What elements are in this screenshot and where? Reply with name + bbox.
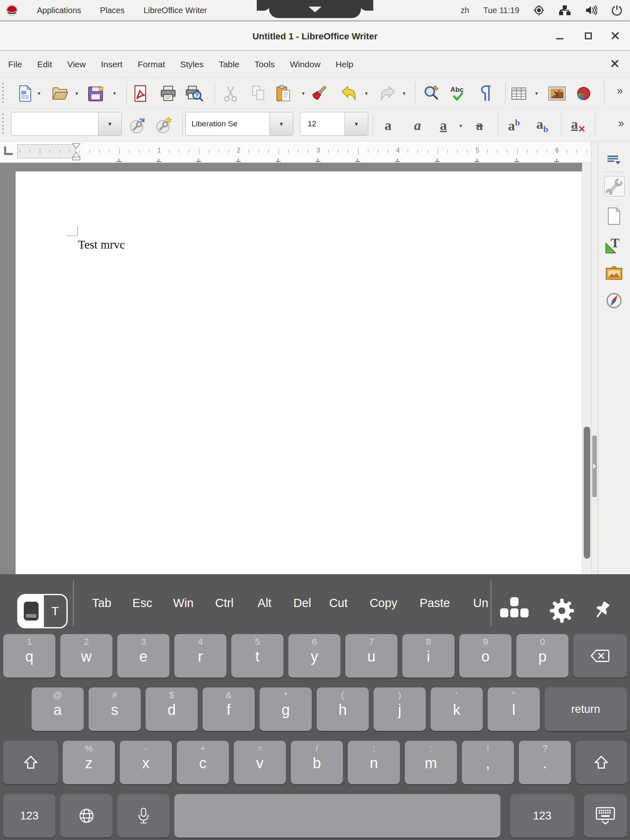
key-return[interactable]: return	[545, 687, 627, 731]
close-window-button[interactable]	[606, 21, 624, 50]
find-replace-button[interactable]	[421, 83, 442, 104]
topbar-menu-app[interactable]: LibreOffice Writer	[144, 6, 207, 15]
export-pdf-button[interactable]	[130, 83, 151, 104]
paste-button[interactable]	[273, 83, 294, 104]
formatting-overflow-button[interactable]: »	[618, 117, 624, 130]
menu-format[interactable]: Format	[138, 59, 165, 69]
font-size-combo[interactable]: 12 ▼	[300, 112, 368, 136]
key-q[interactable]: 1q	[3, 634, 55, 678]
key-z[interactable]: %z	[63, 741, 115, 784]
update-style-button[interactable]	[127, 115, 148, 136]
toolbar-drag-handle[interactable]	[2, 83, 4, 103]
power-icon[interactable]	[611, 5, 623, 16]
key-u[interactable]: 7u	[345, 634, 397, 678]
key-o[interactable]: 9o	[459, 634, 511, 678]
sidebar-tab-page[interactable]	[604, 206, 624, 226]
key-v[interactable]: =v	[234, 741, 286, 784]
sidebar-tab-styles[interactable]: T	[604, 235, 624, 255]
key-d[interactable]: $d	[146, 687, 198, 731]
extra-key-esc[interactable]: Esc	[132, 574, 152, 632]
minimize-button[interactable]	[551, 21, 569, 50]
copy-button[interactable]	[248, 83, 269, 104]
open-button[interactable]	[50, 83, 70, 104]
key-mic[interactable]	[117, 794, 169, 838]
undo-dropdown[interactable]: ▾	[365, 90, 368, 96]
new-document-button[interactable]	[15, 83, 35, 104]
key-space[interactable]	[174, 794, 500, 838]
sidebar-tab-properties[interactable]	[604, 176, 625, 196]
key-g[interactable]: *g	[260, 687, 312, 731]
insert-chart-button[interactable]	[573, 83, 594, 104]
network-icon[interactable]	[559, 5, 571, 16]
font-name-dropdown[interactable]: ▼	[269, 112, 293, 135]
key-backspace[interactable]	[573, 634, 627, 678]
extra-key-ctrl[interactable]: Ctrl	[215, 574, 233, 632]
keyboard-pull-tab[interactable]	[269, 0, 361, 18]
font-name-value[interactable]: Liberation Se	[186, 112, 269, 135]
insert-table-button[interactable]	[509, 83, 529, 104]
key-j[interactable]: )j	[374, 687, 426, 731]
key-x[interactable]: -x	[120, 741, 172, 784]
sidebar-collapse-handle[interactable]	[592, 436, 597, 497]
extra-key-un[interactable]: Un	[473, 574, 488, 632]
key-m[interactable]: :m	[405, 741, 457, 784]
keyboard-mode-toggle[interactable]: T	[17, 594, 68, 628]
document-area[interactable]: Test mrvc	[0, 163, 582, 574]
print-preview-button[interactable]	[184, 83, 204, 104]
paragraph-text[interactable]: Test mrvc	[78, 238, 125, 251]
horizontal-ruler[interactable]: 123456	[0, 142, 598, 163]
settings-gear-icon[interactable]	[549, 598, 575, 623]
menu-window[interactable]: Window	[290, 59, 321, 69]
vertical-scrollbar[interactable]	[582, 163, 591, 574]
toolbar-drag-handle[interactable]	[2, 114, 4, 134]
undo-button[interactable]	[339, 83, 359, 104]
paragraph-style-value[interactable]	[11, 112, 98, 135]
key-.[interactable]: ?.	[519, 741, 571, 784]
print-button[interactable]	[158, 83, 178, 104]
spell-check-button[interactable]: Abc	[448, 83, 468, 104]
key-e[interactable]: 3e	[117, 634, 169, 678]
pin-icon[interactable]	[591, 599, 613, 621]
open-dropdown[interactable]: ▾	[75, 90, 78, 96]
text-mode-toggle[interactable]: T	[44, 595, 66, 627]
underline-dropdown[interactable]: ▾	[459, 123, 462, 129]
key-,[interactable]: !,	[462, 741, 514, 784]
menu-table[interactable]: Table	[219, 59, 239, 69]
key-i[interactable]: 8i	[402, 634, 454, 678]
extra-key-cut[interactable]: Cut	[329, 574, 347, 632]
key-l[interactable]: "l	[488, 687, 540, 731]
topbar-menu-applications[interactable]: Applications	[37, 6, 81, 15]
key-123[interactable]: 123	[510, 794, 574, 838]
key-p[interactable]: 0p	[516, 634, 568, 678]
extra-key-win[interactable]: Win	[173, 574, 194, 632]
document-page[interactable]: Test mrvc	[16, 171, 582, 574]
menu-tools[interactable]: Tools	[255, 59, 275, 69]
superscript-button[interactable]: ab	[504, 115, 524, 136]
tab-type-selector[interactable]	[4, 146, 13, 155]
redo-button[interactable]	[377, 83, 398, 104]
menu-edit[interactable]: Edit	[37, 59, 52, 69]
key-123[interactable]: 123	[3, 794, 55, 838]
strikethrough-button[interactable]: a	[469, 115, 490, 136]
font-size-value[interactable]: 12	[300, 112, 345, 135]
key-globe[interactable]	[60, 794, 112, 838]
close-document-button[interactable]	[610, 59, 619, 70]
key-h[interactable]: (h	[317, 687, 369, 731]
menu-view[interactable]: View	[67, 59, 86, 69]
distro-logo-icon[interactable]	[6, 4, 18, 16]
key-n[interactable]: ;n	[348, 741, 400, 784]
topbar-menu-places[interactable]: Places	[100, 6, 125, 15]
formatting-marks-button[interactable]	[476, 83, 496, 104]
orientation-icon[interactable]	[533, 5, 545, 16]
key-s[interactable]: #s	[89, 687, 141, 731]
save-button[interactable]	[86, 83, 106, 104]
key-r[interactable]: 4r	[174, 634, 226, 678]
cut-button[interactable]	[220, 83, 241, 104]
extra-key-tab[interactable]: Tab	[92, 574, 112, 632]
scrollbar-thumb[interactable]	[584, 427, 590, 559]
font-name-combo[interactable]: Liberation Se ▼	[185, 112, 293, 136]
clone-formatting-button[interactable]	[308, 83, 329, 104]
menu-insert[interactable]: Insert	[101, 59, 123, 69]
key-w[interactable]: 2w	[60, 634, 112, 678]
new-document-dropdown[interactable]: ▾	[38, 90, 41, 96]
